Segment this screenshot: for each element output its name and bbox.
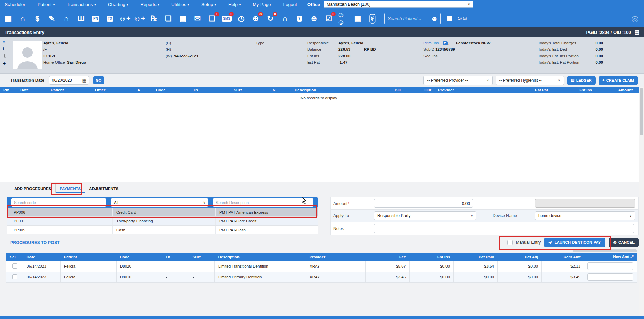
payment-filter-select[interactable]: All∨ — [111, 198, 208, 207]
add-family-icon[interactable]: ☺+ — [133, 12, 145, 26]
menu-reports[interactable]: Reports▾ — [140, 2, 159, 7]
schedule-icon[interactable]: ▦ — [2, 12, 14, 26]
home-icon[interactable]: ⌂ — [17, 12, 29, 26]
col-provider: Provider — [435, 88, 507, 92]
task-list-icon[interactable]: ☑0 — [323, 12, 335, 26]
print-icon[interactable]: ▤ — [352, 12, 364, 26]
progress-notes-icon[interactable]: PN — [89, 12, 102, 26]
tooth-chart-icon[interactable]: ∩ — [279, 12, 291, 26]
go-button[interactable]: GO — [93, 76, 104, 84]
search-code-input[interactable] — [11, 198, 106, 207]
time-clock-icon[interactable]: ◷ — [235, 12, 247, 26]
payment-row-pp006[interactable]: PP006 Credit Card PMT PAT-American Expre… — [7, 208, 318, 217]
transaction-date-input[interactable] — [52, 78, 78, 83]
perio-chart-icon[interactable]: Ш — [75, 12, 87, 26]
menu-setup[interactable]: Setup▾ — [201, 2, 216, 7]
expand-icon[interactable]: ⤢ — [630, 255, 633, 259]
caret-down-icon: ∨ — [558, 79, 560, 82]
required-mark: * — [348, 201, 349, 206]
toolbar-checkbox[interactable] — [447, 16, 452, 21]
clinical-notes-icon[interactable]: ❏ — [162, 12, 174, 26]
new-amt-input[interactable] — [587, 262, 633, 270]
messages-icon[interactable]: ❏1 — [206, 12, 218, 26]
sync-badge: 0 — [273, 12, 277, 16]
prescriptions-icon[interactable]: ℞ — [148, 12, 160, 26]
add-patient-icon[interactable]: ☺+ — [119, 12, 131, 26]
sms-icon[interactable]: SMS0 — [221, 12, 233, 26]
tab-adjustments[interactable]: ADJUSTMENTS — [85, 184, 122, 193]
menu-transactions[interactable]: Transactions▾ — [67, 2, 96, 7]
launch-denticon-pay-button[interactable]: ➤ LAUNCH DENTICON PAY — [544, 238, 605, 247]
menu-charting[interactable]: Charting▾ — [108, 2, 128, 7]
horizontal-scrollbar-thumb[interactable] — [573, 249, 637, 252]
apply-to-select[interactable]: Responsible Party∨ — [374, 211, 476, 220]
capture-icon[interactable]: ◎ — [631, 14, 639, 23]
work-phone-value: 949-555-2121 — [174, 54, 199, 58]
caret-down-icon: ▾ — [53, 3, 55, 6]
mail-icon[interactable]: ✉ — [191, 12, 204, 26]
payment-row-pf001[interactable]: PF001 Third-party Financing PMT PAT-Care… — [7, 217, 318, 226]
payment-row-pp005[interactable]: PP005 Cash PMT PAT-Cash — [7, 226, 318, 234]
device-name-select[interactable]: home device∨ — [535, 211, 635, 220]
work-phone-label: (W) — [166, 54, 172, 58]
preferred-provider-select[interactable]: -- Preferred Provider --∨ — [423, 76, 493, 85]
patient-sync-icon[interactable]: ↻0 — [264, 12, 276, 26]
collapse-panel-icon[interactable]: ^ — [3, 40, 5, 45]
restorative-chart-icon[interactable]: ∩ — [60, 12, 72, 26]
info-icon[interactable]: i — [3, 46, 4, 52]
printer-icon[interactable]: ▤ — [635, 29, 639, 35]
eligibility-icon[interactable]: E✎ — [443, 41, 448, 45]
create-claim-button[interactable]: + CREATE CLAIM — [599, 76, 638, 85]
amount-input[interactable] — [374, 199, 473, 208]
cancel-button[interactable]: ⊗ CANCEL — [609, 238, 639, 247]
main-menu-bar: Scheduler Patient▾ Transactions▾ Chartin… — [0, 0, 644, 9]
col-date: Date — [23, 253, 61, 261]
menu-my-page[interactable]: My Page — [253, 2, 271, 7]
new-amt-input[interactable] — [587, 273, 633, 281]
tooth-help-icon[interactable]: ? — [293, 12, 306, 26]
web-access-icon[interactable]: ⊕ — [308, 12, 320, 26]
today-pat-portion-label: Today's Est. Pat Portion — [538, 60, 579, 64]
add-icon[interactable]: + — [3, 61, 6, 67]
manual-entry-checkbox[interactable] — [507, 240, 513, 245]
caret-down-icon: ▾ — [158, 3, 160, 6]
collapse-toolbar-icon[interactable]: ≫ — [366, 12, 378, 26]
treatment-plan-icon[interactable]: TX — [104, 12, 116, 26]
prim-ins-link[interactable]: Prim. Ins — [423, 41, 439, 45]
vertical-scrollbar[interactable] — [639, 87, 644, 316]
print-forms-icon[interactable]: ▤ — [177, 12, 189, 26]
caret-down-icon: ▾ — [94, 3, 96, 6]
entry-tabs: ADD PROCEDURES PAYMENTS ADJUSTMENTS — [10, 184, 123, 193]
col-est-pat: Est Pat — [507, 88, 552, 92]
calendar-icon[interactable]: ▦ — [82, 78, 86, 83]
notes-input[interactable] — [374, 224, 634, 233]
search-description-input[interactable] — [213, 198, 313, 207]
tab-add-procedures[interactable]: ADD PROCEDURES — [10, 184, 56, 193]
col-provider: Provider — [306, 253, 366, 261]
menu-scheduler[interactable]: Scheduler — [5, 2, 25, 7]
payments-icon[interactable]: $ — [31, 12, 43, 26]
tab-payments[interactable]: PAYMENTS — [56, 184, 85, 193]
menu-help[interactable]: Help▾ — [228, 2, 241, 7]
paperclip-icon[interactable] — [3, 53, 7, 60]
patient-search-input[interactable] — [385, 13, 428, 24]
bottom-edge-bar — [0, 316, 644, 319]
today-ins-portion-label: Today's Est. Ins Portion — [538, 54, 579, 58]
family-view-icon[interactable]: ☺☺ — [457, 15, 467, 22]
patient-group-icon[interactable]: ☺☺ — [337, 12, 349, 26]
row-checkbox[interactable] — [12, 274, 17, 279]
chart-notes-icon[interactable]: ✎ — [46, 12, 58, 26]
lower-section: ADD PROCEDURES PAYMENTS ADJUSTMENTS All∨… — [0, 182, 644, 316]
preferred-hygienist-select[interactable]: -- Preferred Hygienist --∨ — [496, 76, 564, 85]
sec-ins-label: Sec. Ins — [423, 54, 438, 58]
portal-badge: 8 — [258, 12, 263, 16]
scrollbar-thumb[interactable] — [640, 88, 643, 135]
office-select[interactable]: Manhattan Beach [100] ▼ — [324, 1, 473, 8]
menu-logout[interactable]: Logout — [283, 2, 297, 7]
patient-portal-icon[interactable]: ⊕8 — [250, 12, 262, 26]
ledger-button[interactable]: ▤ LEDGER — [567, 76, 596, 85]
menu-patient[interactable]: Patient▾ — [38, 2, 55, 7]
row-checkbox[interactable] — [12, 263, 17, 269]
patient-search-button[interactable]: ☻ — [428, 13, 440, 24]
menu-utilities[interactable]: Utilities▾ — [171, 2, 189, 7]
